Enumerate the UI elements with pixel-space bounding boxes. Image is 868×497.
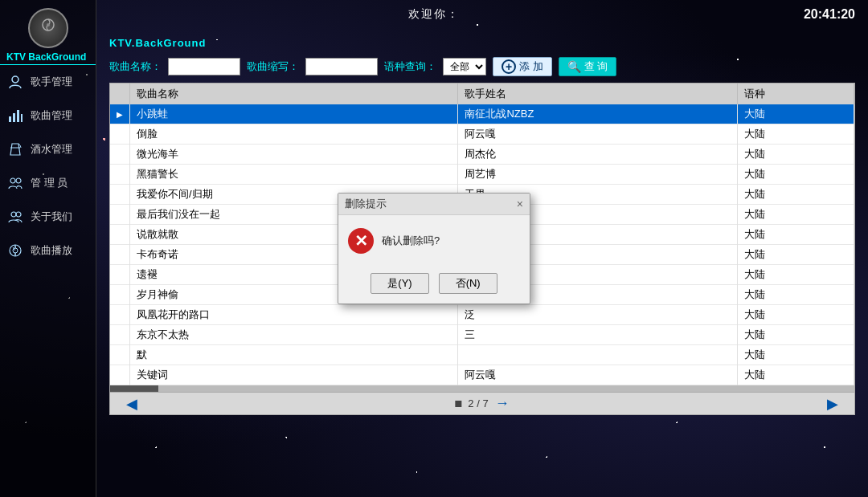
dialog-body: ✕ 确认删除吗? <box>338 215 530 267</box>
delete-dialog: 删除提示 × ✕ 确认删除吗? 是(Y) 否(N) <box>338 193 530 304</box>
modal-overlay: 删除提示 × ✕ 确认删除吗? 是(Y) 否(N) <box>0 0 868 497</box>
dialog-title: 删除提示 <box>345 197 387 211</box>
dialog-error-icon: ✕ <box>348 228 374 254</box>
dialog-yes-button[interactable]: 是(Y) <box>371 273 428 294</box>
dialog-title-bar: 删除提示 × <box>338 194 530 215</box>
dialog-no-button[interactable]: 否(N) <box>439 273 497 294</box>
dialog-message: 确认删除吗? <box>382 234 440 248</box>
dialog-buttons: 是(Y) 否(N) <box>338 267 530 303</box>
dialog-close-button[interactable]: × <box>517 198 523 210</box>
